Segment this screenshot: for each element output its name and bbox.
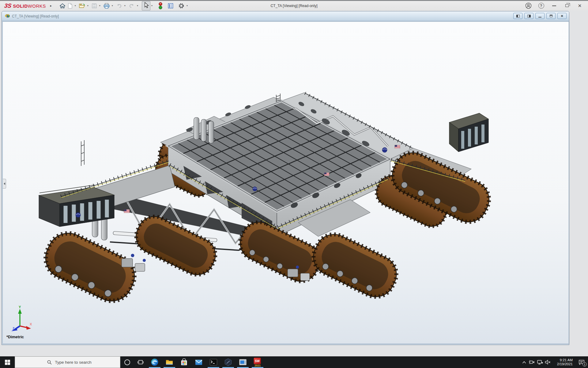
undo-button[interactable] bbox=[115, 2, 123, 10]
media-app-icon bbox=[239, 358, 247, 366]
save-button[interactable] bbox=[90, 2, 98, 10]
minimize-button[interactable] bbox=[549, 2, 559, 10]
restore-button[interactable] bbox=[562, 2, 572, 10]
print-caret[interactable]: ▾ bbox=[112, 4, 113, 7]
solidworks-logo-mark: 3S bbox=[4, 2, 12, 9]
mail-icon bbox=[195, 358, 203, 366]
file-explorer-icon bbox=[165, 358, 173, 366]
document-titlebar[interactable]: CT_TA [Viewing] [Read-only] ✕ bbox=[2, 11, 569, 21]
taskbar-app-solidworks[interactable]: SW 2021 bbox=[250, 356, 265, 368]
microsoft-store-icon bbox=[180, 358, 188, 366]
triad-y-label: Y bbox=[19, 305, 21, 309]
solidworks-logo: 3SSOLIDWORKS bbox=[4, 2, 46, 9]
window-title: CT_TA [Viewing] [Read-only] bbox=[271, 4, 318, 8]
titlebar: 3SSOLIDWORKS ▸ ▾ ▾ ▾ ▾ ▾ ▾ ▾ bbox=[0, 1, 588, 10]
search-icon bbox=[47, 360, 52, 365]
redo-button[interactable] bbox=[127, 2, 136, 10]
taskbar-clock[interactable]: 9:21 AM 2/19/2021 bbox=[554, 358, 573, 366]
network-icon[interactable] bbox=[536, 356, 544, 368]
taskbar-search-input[interactable]: Type here to search bbox=[15, 356, 120, 368]
feature-panel-collapse-tab[interactable] bbox=[3, 179, 6, 189]
taskbar-app-mail[interactable] bbox=[191, 356, 206, 368]
hidden-icons-chevron[interactable] bbox=[520, 356, 528, 368]
taskbar-app-hexagon[interactable] bbox=[221, 356, 236, 368]
new-document-button[interactable] bbox=[66, 2, 74, 10]
reference-triad: Y X Z bbox=[8, 305, 33, 331]
assembly-document-icon bbox=[4, 13, 10, 19]
options-button[interactable] bbox=[177, 2, 186, 10]
edge-icon bbox=[151, 358, 159, 366]
close-button[interactable]: ✕ bbox=[575, 2, 585, 10]
options-caret[interactable]: ▾ bbox=[187, 4, 188, 7]
taskbar-app-media[interactable] bbox=[236, 356, 250, 368]
tray-time: 9:21 AM bbox=[554, 358, 573, 362]
rebuild-button[interactable] bbox=[157, 2, 164, 10]
terminal-icon bbox=[209, 358, 217, 366]
tray-date: 2/19/2021 bbox=[554, 362, 573, 366]
hexagon-app-icon bbox=[224, 358, 232, 366]
select-tool-caret[interactable]: ▾ bbox=[151, 4, 153, 7]
windows-taskbar: Type here to search bbox=[0, 356, 588, 368]
toolbar-flyout-icon[interactable]: ▸ bbox=[50, 4, 52, 7]
doc-pane-right-button[interactable] bbox=[524, 13, 533, 19]
open-button[interactable] bbox=[78, 2, 86, 10]
doc-close-button[interactable]: ✕ bbox=[557, 13, 567, 19]
taskbar-app-microsoft-store[interactable] bbox=[177, 356, 191, 368]
open-caret[interactable]: ▾ bbox=[87, 4, 89, 7]
doc-pane-left-button[interactable] bbox=[513, 13, 522, 19]
home-button[interactable] bbox=[58, 2, 66, 10]
graphics-viewport[interactable]: Y X Z *Dimetric bbox=[2, 21, 569, 344]
new-document-caret[interactable]: ▾ bbox=[75, 4, 76, 7]
display-report-button[interactable] bbox=[167, 2, 175, 10]
system-tray: 9:21 AM 2/19/2021 1 bbox=[520, 356, 588, 368]
view-orientation-label: *Dimetric bbox=[6, 335, 24, 339]
meet-now-icon[interactable] bbox=[528, 356, 536, 368]
doc-minimize-button[interactable] bbox=[535, 13, 545, 19]
search-placeholder: Type here to search bbox=[55, 360, 91, 365]
triad-x-label: X bbox=[30, 322, 32, 326]
undo-caret[interactable]: ▾ bbox=[124, 4, 126, 7]
operator-cab-rear[interactable] bbox=[449, 113, 488, 152]
document-tab-title: CT_TA [Viewing] [Read-only] bbox=[12, 14, 59, 18]
user-account-icon[interactable] bbox=[523, 2, 533, 10]
notification-badge: 1 bbox=[582, 362, 587, 366]
volume-muted-icon[interactable] bbox=[544, 356, 552, 368]
redo-caret[interactable]: ▾ bbox=[137, 4, 138, 7]
quick-access-toolbar: ▾ ▾ ▾ ▾ ▾ ▾ ▾ ▾ bbox=[58, 1, 190, 10]
action-center-button[interactable]: 1 bbox=[575, 356, 588, 368]
document-window: CT_TA [Viewing] [Read-only] ✕ bbox=[2, 11, 569, 345]
print-button[interactable] bbox=[102, 2, 111, 10]
triad-z-label: Z bbox=[13, 327, 14, 330]
taskbar-app-terminal[interactable] bbox=[206, 356, 221, 368]
cortana-button[interactable] bbox=[120, 356, 134, 368]
crawler-transporter-model[interactable] bbox=[3, 22, 569, 344]
select-tool-button-active[interactable] bbox=[142, 1, 150, 10]
solidworks-2021-icon: SW bbox=[254, 358, 261, 364]
taskbar-app-file-explorer[interactable] bbox=[162, 356, 177, 368]
taskbar-app-edge[interactable] bbox=[147, 356, 162, 368]
task-view-button[interactable] bbox=[134, 356, 147, 368]
document-tab[interactable]: CT_TA [Viewing] [Read-only] bbox=[4, 13, 59, 19]
doc-restore-button[interactable] bbox=[546, 13, 556, 19]
help-icon[interactable]: ? bbox=[536, 2, 546, 10]
save-caret[interactable]: ▾ bbox=[99, 4, 100, 7]
start-button[interactable] bbox=[0, 356, 15, 368]
